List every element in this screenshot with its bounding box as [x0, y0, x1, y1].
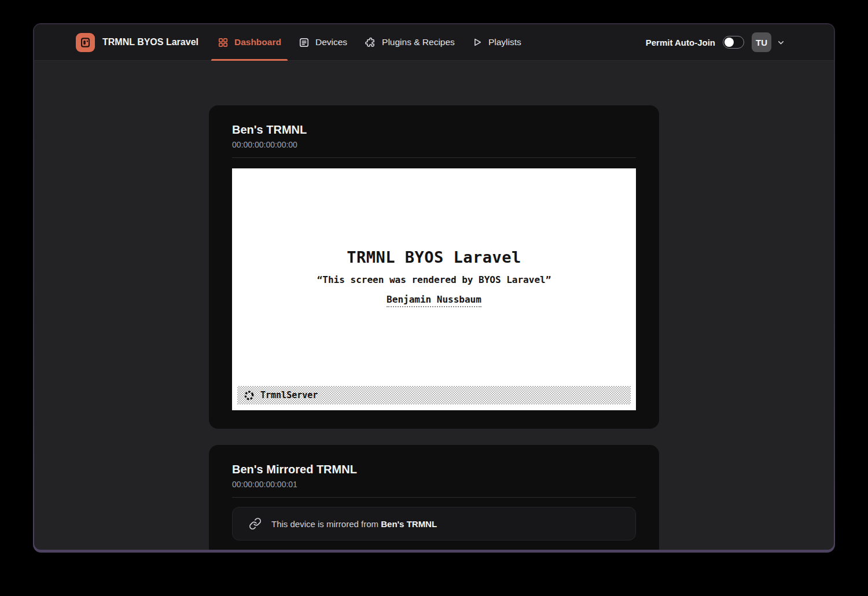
user-avatar[interactable]: TU	[752, 32, 771, 52]
brand: TRMNL BYOS Laravel	[76, 24, 198, 60]
permit-auto-join-toggle[interactable]	[723, 36, 744, 49]
dashboard-grid-icon	[218, 37, 229, 48]
app-title: TRMNL BYOS Laravel	[102, 37, 198, 47]
screen-title: TRMNL BYOS Laravel	[232, 248, 636, 266]
device-card-bens-trmnl: Ben's TRMNL 00:00:00:00:00:00 TRMNL BYOS…	[209, 105, 659, 429]
puzzle-icon	[365, 36, 376, 48]
device-name: Ben's Mirrored TRMNL	[232, 462, 636, 476]
nav-tabs: Dashboard Devices	[211, 24, 528, 60]
tab-label: Dashboard	[234, 37, 281, 47]
device-name: Ben's TRMNL	[232, 123, 636, 137]
chevron-down-icon[interactable]	[777, 38, 785, 47]
trmnl-logo-icon	[76, 33, 95, 52]
device-mac-address: 00:00:00:00:00:00	[232, 140, 636, 149]
mirror-note-prefix: This device is mirrored from	[271, 519, 381, 529]
device-card-bens-mirrored-trmnl: Ben's Mirrored TRMNL 00:00:00:00:00:01 T…	[209, 445, 659, 550]
tab-label: Devices	[315, 37, 347, 47]
screen-quote: “This screen was rendered by BYOS Larave…	[232, 274, 636, 285]
screen-server-badge: TrmnlServer	[237, 386, 631, 404]
link-icon	[249, 517, 262, 530]
tab-playlists[interactable]: Playlists	[466, 24, 528, 60]
top-navbar: TRMNL BYOS Laravel Dashboard	[34, 24, 834, 61]
screen-author-link: Benjamin Nussbaum	[387, 294, 481, 307]
tab-plugins-recipes[interactable]: Plugins & Recipes	[358, 24, 461, 60]
device-screen-preview: TRMNL BYOS Laravel “This screen was rend…	[232, 168, 636, 410]
nav-right-group: Permit Auto-Join TU	[646, 24, 785, 60]
toggle-knob	[724, 38, 734, 47]
mirror-source-device: Ben's TRMNL	[381, 519, 437, 529]
spinner-icon	[244, 390, 255, 401]
tab-dashboard[interactable]: Dashboard	[211, 24, 288, 60]
app-window-frame: TRMNL BYOS Laravel Dashboard	[33, 23, 835, 553]
devices-icon	[299, 37, 310, 48]
divider	[232, 157, 636, 158]
tab-label: Playlists	[488, 37, 521, 47]
divider	[232, 497, 636, 498]
mirror-info-box: This device is mirrored from Ben's TRMNL	[232, 507, 636, 540]
screen-author-row: Benjamin Nussbaum	[232, 294, 636, 307]
mirror-note: This device is mirrored from Ben's TRMNL	[271, 519, 437, 529]
tab-devices[interactable]: Devices	[292, 24, 354, 60]
app-window: TRMNL BYOS Laravel Dashboard	[34, 24, 834, 550]
main-content: Ben's TRMNL 00:00:00:00:00:00 TRMNL BYOS…	[34, 61, 834, 550]
play-icon	[472, 37, 483, 47]
permit-auto-join-label: Permit Auto-Join	[646, 38, 715, 47]
server-badge-label: TrmnlServer	[260, 390, 318, 400]
device-mac-address: 00:00:00:00:00:01	[232, 480, 636, 489]
tab-label: Plugins & Recipes	[382, 37, 455, 47]
